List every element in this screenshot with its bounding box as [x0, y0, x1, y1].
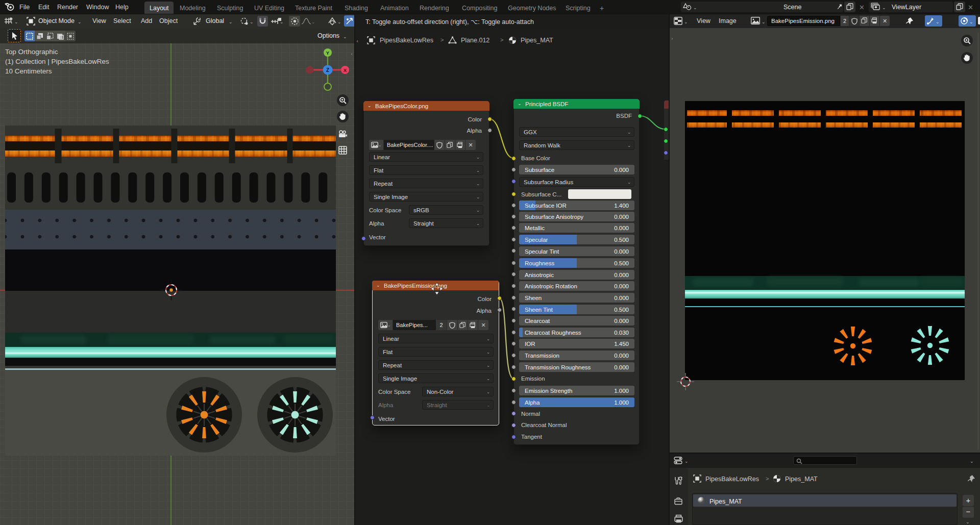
svg-text:X: X [344, 67, 347, 73]
svg-text:Y: Y [326, 50, 330, 56]
svg-text:Z: Z [326, 67, 329, 73]
